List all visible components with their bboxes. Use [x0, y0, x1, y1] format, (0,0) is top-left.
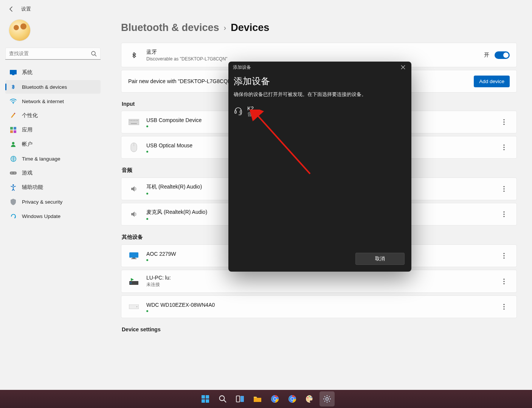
svg-point-52 [503, 308, 504, 309]
discovered-device-type: 音频 [247, 111, 257, 118]
svg-point-51 [503, 306, 504, 307]
chrome-button[interactable] [267, 391, 282, 406]
arrow-left-icon [8, 6, 14, 12]
svg-rect-14 [129, 119, 139, 125]
nav-accessibility[interactable]: 辅助功能 [5, 181, 101, 194]
file-explorer-button[interactable] [250, 391, 265, 406]
nav-label: 系统 [22, 69, 33, 76]
svg-point-72 [291, 398, 293, 400]
nav-personalization[interactable]: 个性化 [5, 109, 101, 122]
more-button[interactable] [498, 276, 510, 287]
dialog-footer: 取消 [228, 249, 411, 272]
start-button[interactable] [198, 391, 213, 406]
dialog-description: 确保你的设备已打开并可被发现。在下面选择要连接的设备。 [234, 91, 406, 98]
nav-label: Windows Update [22, 213, 60, 219]
more-button[interactable] [498, 116, 510, 128]
more-button[interactable] [498, 209, 510, 220]
system-icon [10, 69, 17, 76]
svg-point-28 [503, 147, 504, 148]
status-dot-icon [146, 259, 148, 261]
nav-apps[interactable]: 应用 [5, 123, 101, 137]
svg-point-77 [326, 398, 328, 400]
taskbar [0, 390, 532, 408]
nav-gaming[interactable]: 游戏 [5, 166, 101, 180]
svg-point-49 [136, 306, 137, 307]
more-button[interactable] [498, 250, 510, 261]
svg-point-61 [219, 396, 224, 401]
taskbar-search[interactable] [215, 391, 230, 406]
bluetooth-icon [128, 49, 140, 61]
more-button[interactable] [498, 142, 510, 153]
svg-rect-36 [129, 252, 138, 258]
nav-accounts[interactable]: 帐户 [5, 138, 101, 151]
svg-rect-16 [131, 120, 132, 121]
user-avatar[interactable] [9, 20, 30, 41]
folder-icon [253, 394, 262, 403]
svg-point-29 [503, 149, 504, 150]
cancel-button[interactable]: 取消 [355, 253, 405, 265]
close-icon [401, 65, 405, 70]
nav-system[interactable]: 系统 [5, 66, 101, 79]
settings-button[interactable] [320, 391, 335, 406]
dialog-close-button[interactable] [398, 62, 408, 73]
task-view-icon [236, 394, 245, 403]
device-row-pc[interactable]: LU-PC: lu: 未连接 [121, 270, 517, 293]
dialog-body: 添加设备 确保你的设备已打开并可被发现。在下面选择要连接的设备。 K2 音频 [228, 73, 411, 249]
status-dot-icon [146, 193, 148, 195]
status-dot-icon [146, 218, 148, 220]
nav-network[interactable]: Network & internet [5, 94, 101, 108]
chrome-button-2[interactable] [285, 391, 300, 406]
windows-icon [201, 394, 210, 403]
svg-point-73 [307, 397, 308, 398]
svg-rect-1 [10, 70, 17, 74]
svg-rect-10 [10, 172, 17, 175]
nav-bluetooth-devices[interactable]: Bluetooth & devices [5, 80, 101, 94]
breadcrumb-parent[interactable]: Bluetooth & devices [121, 22, 219, 34]
nav-label: 个性化 [22, 112, 38, 119]
more-button[interactable] [498, 183, 510, 195]
bluetooth-toggle-label: 开 [484, 52, 489, 59]
nav-windows-update[interactable]: Windows Update [5, 209, 101, 223]
bluetooth-sub: Discoverable as "DESKTOP-L7G8CQN" [146, 56, 484, 62]
apps-icon [10, 127, 17, 133]
breadcrumb-current: Devices [231, 22, 269, 34]
svg-point-8 [12, 142, 14, 144]
svg-rect-59 [202, 399, 205, 403]
task-view-button[interactable] [233, 391, 248, 406]
chevron-right-icon: › [224, 23, 226, 32]
paint-button[interactable] [302, 391, 317, 406]
nav-label: Privacy & security [22, 199, 62, 205]
svg-rect-63 [240, 396, 244, 402]
nav-time-language[interactable]: Time & language [5, 152, 101, 165]
search-icon [91, 51, 97, 57]
bluetooth-icon [10, 83, 17, 90]
device-row-hdd[interactable]: WDC WD10EZEX-08WN4A0 [121, 295, 517, 318]
more-button[interactable] [498, 301, 510, 312]
nav-label: 应用 [22, 127, 33, 133]
add-device-dialog: 添加设备 添加设备 确保你的设备已打开并可被发现。在下面选择要连接的设备。 K2… [228, 62, 411, 272]
nav-label: Time & language [22, 156, 60, 162]
svg-rect-4 [10, 127, 13, 130]
svg-point-41 [503, 257, 504, 258]
back-button[interactable] [8, 5, 15, 13]
svg-rect-38 [131, 258, 136, 259]
search-input[interactable] [5, 48, 101, 60]
add-device-button[interactable]: Add device [474, 76, 510, 87]
monitor-icon [128, 250, 140, 261]
globe-icon [10, 155, 17, 162]
paintbrush-icon [10, 112, 17, 119]
discovered-device-k2[interactable]: K2 音频 [234, 103, 406, 120]
breadcrumb: Bluetooth & devices › Devices [121, 22, 517, 34]
nav-label: 辅助功能 [22, 184, 43, 191]
svg-point-13 [12, 184, 14, 186]
svg-point-68 [273, 398, 276, 400]
nav-privacy[interactable]: Privacy & security [5, 195, 101, 209]
gear-icon [323, 394, 332, 403]
bluetooth-toggle[interactable] [495, 51, 510, 59]
device-sub: 未连接 [146, 281, 498, 288]
nav-label: 帐户 [22, 141, 33, 148]
svg-point-3 [13, 103, 14, 104]
svg-rect-64 [254, 398, 261, 402]
svg-rect-62 [236, 396, 240, 402]
window-header: 设置 [0, 0, 532, 18]
